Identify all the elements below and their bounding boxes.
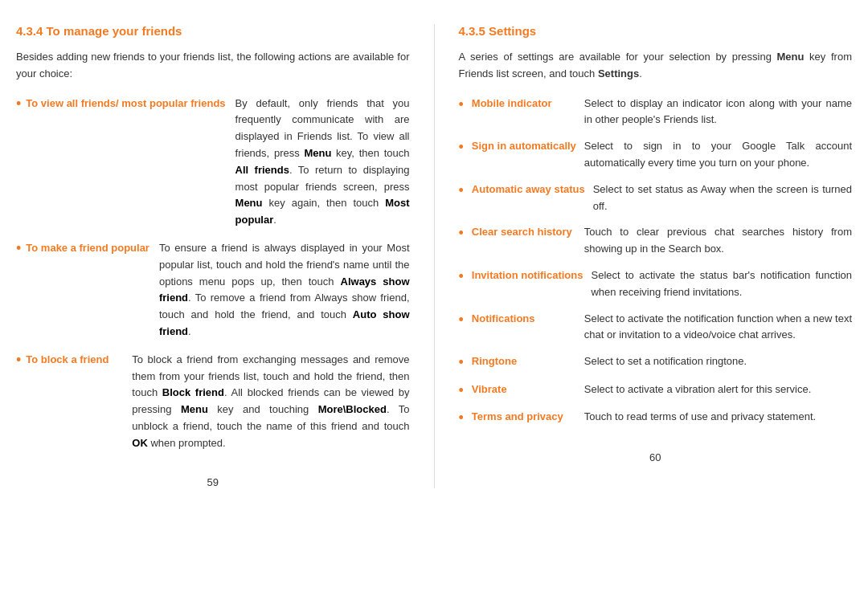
settings-row-clear-search: • Clear search history Touch to clear pr…: [459, 224, 853, 258]
settings-row-automatic-away: • Automatic away status Select to set st…: [459, 182, 853, 215]
right-page-number: 60: [459, 451, 853, 463]
settings-row-notifications: • Notifications Select to activate the n…: [459, 311, 853, 345]
left-intro: Besides adding new friends to your frien…: [16, 49, 410, 83]
bullet-dot-3: •: [16, 352, 21, 369]
bullet-1: • To view all friends/ most popular frie…: [16, 96, 410, 229]
settings-val-ringtone: Select to set a notification ringtone.: [584, 353, 747, 370]
bullet-label-3: To block a friend: [26, 352, 122, 369]
settings-key-terms: Terms and privacy: [472, 409, 576, 426]
settings-row-vibrate: • Vibrate Select to activate a vibration…: [459, 381, 853, 400]
settings-val-clear-search: Touch to clear previous chat searches hi…: [584, 224, 852, 258]
settings-key-automatic-away: Automatic away status: [472, 182, 585, 198]
settings-dot-1: •: [459, 96, 464, 114]
settings-row-mobile-indicator: • Mobile indicator Select to display an …: [459, 96, 853, 129]
settings-key-clear-search: Clear search history: [472, 224, 576, 241]
settings-row-sign-in: • Sign in automatically Select to sign i…: [459, 138, 853, 172]
bullet-3: • To block a friend To block a friend fr…: [16, 352, 410, 452]
settings-dot-3: •: [459, 182, 464, 200]
left-page-number: 59: [16, 476, 410, 488]
right-intro: A series of settings are available for y…: [459, 49, 853, 83]
settings-table: • Mobile indicator Select to display an …: [459, 96, 853, 427]
bullet-content-2: To make a friend popular To ensure a fri…: [26, 240, 409, 341]
bullet-content-3: To block a friend To block a friend from…: [26, 352, 409, 452]
settings-row-ringtone: • Ringtone Select to set a notification …: [459, 353, 853, 372]
left-section-heading: 4.3.4 To manage your friends: [16, 24, 410, 38]
settings-row-invitation-notifications: • Invitation notifications Select to act…: [459, 267, 853, 301]
bullet-label-1: To view all friends/ most popular friend…: [26, 96, 225, 112]
settings-dot-8: •: [459, 382, 464, 400]
bullet-label-2: To make a friend popular: [26, 240, 149, 257]
settings-row-terms: • Terms and privacy Touch to read terms …: [459, 409, 853, 427]
settings-dot-6: •: [459, 312, 464, 329]
settings-dot-5: •: [459, 268, 464, 286]
settings-val-vibrate: Select to activate a vibration alert for…: [584, 381, 812, 398]
settings-dot-7: •: [459, 354, 464, 372]
bullet-dot-2: •: [16, 240, 21, 258]
settings-val-automatic-away: Select to set status as Away when the sc…: [593, 182, 852, 215]
settings-val-sign-in: Select to sign in to your Google Talk ac…: [584, 138, 852, 172]
settings-key-ringtone: Ringtone: [472, 353, 576, 370]
bullet-2: • To make a friend popular To ensure a f…: [16, 240, 410, 341]
right-column: 4.3.5 Settings A series of settings are …: [435, 24, 853, 488]
settings-key-mobile-indicator: Mobile indicator: [472, 96, 576, 112]
bullet-desc-1: By default, only friends that you freque…: [235, 96, 410, 229]
bullet-content-1: To view all friends/ most popular friend…: [26, 96, 409, 229]
settings-key-invitation-notifications: Invitation notifications: [472, 267, 583, 284]
settings-val-invitation-notifications: Select to activate the status bar's noti…: [591, 267, 852, 301]
settings-key-sign-in: Sign in automatically: [472, 138, 576, 155]
bullet-desc-2: To ensure a friend is always displayed i…: [159, 240, 410, 341]
settings-dot-2: •: [459, 139, 464, 157]
settings-key-vibrate: Vibrate: [472, 381, 576, 398]
settings-dot-4: •: [459, 225, 464, 243]
settings-val-terms: Touch to read terms of use and privacy s…: [584, 409, 816, 426]
right-section-heading: 4.3.5 Settings: [459, 24, 853, 38]
page-container: 4.3.4 To manage your friends Besides add…: [0, 0, 868, 520]
settings-key-notifications: Notifications: [472, 311, 576, 328]
bullet-dot-1: •: [16, 96, 21, 113]
bullet-desc-3: To block a friend from exchanging messag…: [132, 352, 409, 452]
settings-val-notifications: Select to activate the notification func…: [584, 311, 852, 345]
settings-val-mobile-indicator: Select to display an indicator icon alon…: [584, 96, 852, 129]
left-column: 4.3.4 To manage your friends Besides add…: [16, 24, 435, 488]
settings-dot-9: •: [459, 410, 464, 427]
